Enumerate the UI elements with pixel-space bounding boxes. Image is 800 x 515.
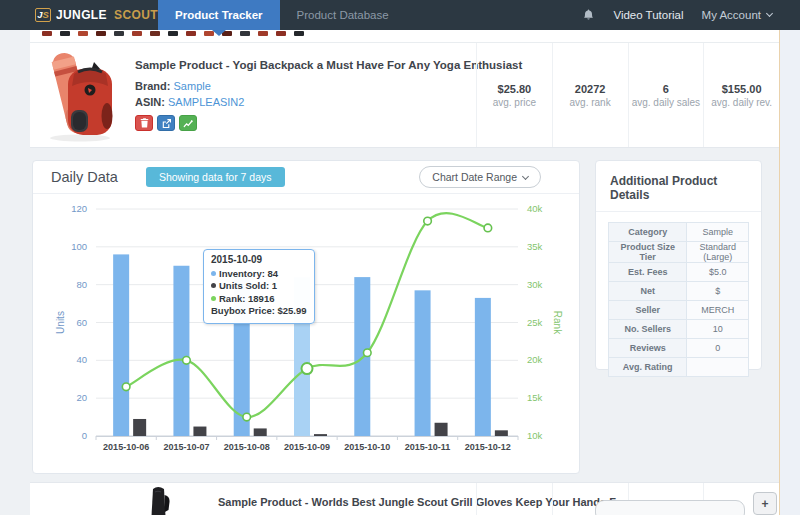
- tab-product-database[interactable]: Product Database: [280, 0, 406, 30]
- y-left-tick: 0: [82, 430, 87, 441]
- stat-avg-daily-sales: 6avg. daily sales: [628, 43, 704, 147]
- y-right-tick: 35k: [527, 241, 543, 252]
- delete-product-button[interactable]: [135, 115, 153, 131]
- zoom-plus-button[interactable]: +: [753, 492, 777, 515]
- details-row: Avg. Rating: [609, 358, 749, 377]
- y-right-tick: 10k: [527, 430, 543, 441]
- thumbnail: [168, 31, 178, 36]
- y-left-tick: 60: [76, 317, 87, 328]
- units-sold-bar[interactable]: [314, 434, 327, 436]
- tooltip-date: 2015-10-09: [211, 254, 307, 267]
- details-row: No. Sellers10: [609, 320, 749, 339]
- daily-chart[interactable]: 010k2015k4020k6025k8030k10035k12040kUnit…: [33, 201, 581, 461]
- tracked-product-row: Sample Product - Yogi Backpack a Must Ha…: [30, 43, 779, 148]
- units-sold-bar[interactable]: [435, 423, 448, 436]
- brand-link[interactable]: Sample: [174, 80, 211, 92]
- x-tick-label: 2015-10-11: [405, 442, 451, 452]
- units-sold-bar[interactable]: [254, 428, 267, 436]
- details-row: Product Size TierStandard (Large): [609, 242, 749, 263]
- chart-tooltip: 2015-10-09 Inventory: 84 Units Sold: 1 R…: [203, 249, 315, 324]
- my-account-menu[interactable]: My Account: [702, 9, 772, 21]
- y-right-tick: 20k: [527, 354, 543, 365]
- asin-link[interactable]: SAMPLEASIN2: [168, 96, 244, 108]
- thumbnail: [240, 31, 250, 36]
- notifications-bell-icon[interactable]: [582, 8, 595, 22]
- thumbnail: [294, 31, 304, 36]
- rank-marker[interactable]: [183, 357, 191, 365]
- rank-marker[interactable]: [122, 383, 130, 391]
- horizontal-scrollbar[interactable]: [595, 500, 745, 515]
- tooltip-row: Rank: 18916: [211, 293, 307, 306]
- chevron-down-icon: [522, 172, 529, 179]
- jungle-scout-logo[interactable]: JS JUNGLESCOUT: [0, 0, 158, 30]
- inventory-bar[interactable]: [415, 290, 431, 436]
- tab-product-tracker[interactable]: Product Tracker: [158, 0, 280, 30]
- units-sold-bar[interactable]: [133, 419, 146, 436]
- product-asin-line: ASIN: SAMPLEASIN2: [135, 96, 522, 108]
- thumbnail: [186, 31, 196, 36]
- details-row: Net$: [609, 282, 749, 301]
- units-sold-bar[interactable]: [193, 427, 206, 436]
- daily-data-title: Daily Data: [51, 169, 118, 185]
- thumbnail: [42, 31, 52, 36]
- details-table: CategorySample Product Size TierStandard…: [608, 222, 749, 377]
- product-image-yoga-backpack: [44, 48, 116, 142]
- x-tick-label: 2015-10-10: [344, 442, 390, 452]
- additional-details-title: Additional Product Details: [596, 161, 761, 212]
- series-bullet: [211, 283, 216, 288]
- trash-icon: [140, 118, 149, 128]
- open-listing-button[interactable]: [157, 115, 175, 131]
- y-left-tick: 40: [76, 354, 87, 365]
- product-image-grill-glove: [138, 486, 180, 515]
- product-title: Sample Product - Yogi Backpack a Must Ha…: [135, 59, 522, 71]
- y-left-tick: 100: [71, 241, 87, 252]
- y-right-tick: 40k: [527, 203, 543, 214]
- x-axis-labels: 2015-10-062015-10-072015-10-082015-10-09…: [103, 442, 511, 452]
- brand-name-scout: SCOUT: [114, 8, 158, 22]
- view-chart-button[interactable]: [179, 115, 197, 131]
- chart-date-range-button[interactable]: Chart Date Range: [419, 166, 541, 188]
- inventory-bar[interactable]: [113, 254, 129, 436]
- inventory-bar[interactable]: [173, 266, 189, 436]
- video-tutorial-link[interactable]: Video Tutorial: [613, 9, 683, 21]
- previous-row-thumbnails: [42, 31, 304, 36]
- thumbnail: [258, 31, 268, 36]
- y-right-tick: 15k: [527, 392, 543, 403]
- y-left-tick: 80: [76, 279, 87, 290]
- tooltip-footer: Buybox Price: $25.99: [211, 305, 307, 318]
- product-brand-line: Brand: Sample: [135, 80, 522, 92]
- stat-avg-daily-rev: $155.00avg. daily rev.: [703, 43, 779, 147]
- y-right-axis-title: Rank: [552, 311, 563, 335]
- series-bullet: [211, 296, 216, 301]
- product-stats: $25.80avg. price 20272avg. rank 6avg. da…: [476, 43, 779, 147]
- chevron-down-icon: [766, 10, 773, 17]
- details-row: CategorySample: [609, 223, 749, 242]
- inventory-bar[interactable]: [475, 298, 491, 436]
- details-row: Reviews0: [609, 339, 749, 358]
- tooltip-row: Inventory: 84: [211, 268, 307, 281]
- details-row: Est. Fees$5.0: [609, 263, 749, 282]
- thumbnail: [78, 31, 88, 36]
- daily-data-card: Daily Data Showing data for 7 days Chart…: [32, 160, 580, 474]
- y-left-tick: 120: [71, 203, 87, 214]
- units-sold-bar[interactable]: [495, 430, 508, 436]
- brand-name-jungle: JUNGLE: [56, 8, 107, 22]
- stat-avg-rank: 20272avg. rank: [552, 43, 628, 147]
- x-tick-label: 2015-10-07: [163, 442, 209, 452]
- trend-line-icon: [183, 119, 193, 128]
- rank-marker[interactable]: [302, 363, 313, 374]
- thumbnail: [96, 31, 106, 36]
- thumbnail: [132, 31, 142, 36]
- additional-details-card: Additional Product Details CategorySampl…: [595, 160, 762, 370]
- rank-marker[interactable]: [363, 349, 371, 357]
- vertical-scrollbar-track[interactable]: [779, 30, 800, 515]
- thumbnail: [60, 31, 70, 36]
- rank-marker[interactable]: [424, 217, 432, 225]
- tooltip-row: Units Sold: 1: [211, 280, 307, 293]
- rank-marker[interactable]: [243, 413, 251, 421]
- days-shown-badge: Showing data for 7 days: [146, 167, 285, 187]
- y-left-axis-title: Units: [55, 311, 66, 334]
- app-screen: JS JUNGLESCOUT Product Tracker Product D…: [0, 0, 800, 515]
- thumbnail: [150, 31, 160, 36]
- rank-marker[interactable]: [484, 224, 492, 232]
